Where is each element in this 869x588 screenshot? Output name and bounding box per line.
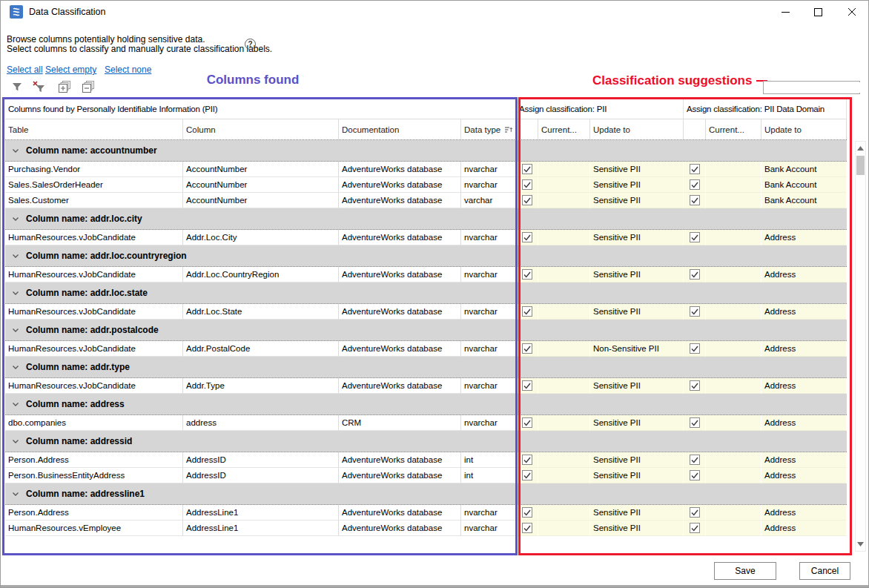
chevron-down-icon[interactable]	[12, 438, 19, 445]
domain-select-checkbox[interactable]	[684, 267, 706, 283]
domain-select-checkbox[interactable]	[684, 193, 706, 208]
pii-update-to-cell[interactable]: Sensitive PII	[590, 468, 684, 483]
checkbox-icon[interactable]	[690, 179, 700, 190]
select-none-link[interactable]: Select none	[105, 65, 151, 75]
checkbox-icon[interactable]	[522, 343, 532, 354]
vertical-scrollbar[interactable]	[855, 141, 866, 552]
domain-select-checkbox[interactable]	[684, 505, 706, 521]
table-row[interactable]: HumanResources.vJobCandidateAddr.PostalC…	[5, 341, 847, 357]
domain-select-checkbox[interactable]	[684, 452, 706, 468]
checkbox-icon[interactable]	[522, 164, 532, 174]
domain-update-to-cell[interactable]: Address	[761, 415, 847, 431]
chevron-down-icon[interactable]	[12, 253, 19, 260]
scrollbar-thumb[interactable]	[856, 156, 865, 175]
header-pii-update-to[interactable]: Update to	[590, 119, 684, 139]
close-button[interactable]	[839, 1, 865, 23]
pii-update-to-cell[interactable]: Sensitive PII	[590, 304, 684, 320]
table-row[interactable]: Purchasing.VendorAccountNumberAdventureW…	[5, 162, 847, 177]
domain-update-to-cell[interactable]: Address	[761, 505, 847, 521]
select-all-link[interactable]: Select all	[7, 65, 43, 75]
domain-update-to-cell[interactable]: Address	[761, 468, 847, 483]
select-empty-link[interactable]: Select empty	[45, 65, 96, 75]
checkbox-icon[interactable]	[690, 380, 700, 391]
pii-select-checkbox[interactable]	[516, 505, 538, 521]
checkbox-icon[interactable]	[690, 343, 700, 354]
pii-select-checkbox[interactable]	[516, 162, 538, 177]
domain-update-to-cell[interactable]: Address	[761, 341, 847, 357]
chevron-down-icon[interactable]	[12, 401, 19, 408]
header-pii-current[interactable]: Current...	[538, 119, 590, 139]
filter-icon[interactable]	[10, 79, 24, 94]
domain-update-to-cell[interactable]: Address	[761, 378, 847, 394]
group-row[interactable]: Column name: addressid	[5, 431, 847, 452]
scroll-up-icon[interactable]	[856, 143, 865, 153]
checkbox-icon[interactable]	[690, 507, 700, 518]
pii-select-checkbox[interactable]	[516, 378, 538, 394]
pii-update-to-cell[interactable]: Non-Sensitive PII	[590, 341, 684, 357]
domain-update-to-cell[interactable]: Bank Account	[761, 177, 847, 193]
group-row[interactable]: Column name: address	[5, 394, 847, 415]
checkbox-icon[interactable]	[522, 380, 532, 391]
table-row[interactable]: HumanResources.vJobCandidateAddr.Loc.Cit…	[5, 230, 847, 245]
pii-select-checkbox[interactable]	[516, 267, 538, 283]
pii-update-to-cell[interactable]: Sensitive PII	[590, 452, 684, 468]
scroll-down-icon[interactable]	[856, 539, 865, 549]
domain-update-to-cell[interactable]: Address	[761, 304, 847, 320]
domain-select-checkbox[interactable]	[684, 230, 706, 245]
pii-select-checkbox[interactable]	[516, 521, 538, 536]
pii-update-to-cell[interactable]: Sensitive PII	[590, 415, 684, 431]
pii-update-to-cell[interactable]: Sensitive PII	[590, 267, 684, 283]
checkbox-icon[interactable]	[522, 523, 532, 533]
cancel-button[interactable]: Cancel	[799, 562, 850, 580]
checkbox-icon[interactable]	[522, 417, 532, 428]
domain-select-checkbox[interactable]	[684, 468, 706, 483]
table-row[interactable]: Sales.SalesOrderHeaderAccountNumberAdven…	[5, 177, 847, 193]
group-row[interactable]: Column name: addr.postalcode	[5, 320, 847, 341]
pii-update-to-cell[interactable]: Sensitive PII	[590, 505, 684, 521]
table-row[interactable]: HumanResources.vJobCandidateAddr.Loc.Sta…	[5, 304, 847, 320]
chevron-down-icon[interactable]	[12, 491, 19, 498]
header-documentation[interactable]: Documentation	[339, 119, 461, 139]
domain-select-checkbox[interactable]	[684, 521, 706, 536]
domain-update-to-cell[interactable]: Address	[761, 267, 847, 283]
domain-select-checkbox[interactable]	[684, 341, 706, 357]
chevron-down-icon[interactable]	[12, 364, 19, 371]
domain-select-checkbox[interactable]	[684, 415, 706, 431]
group-row[interactable]: Column name: accountnumber	[5, 140, 847, 162]
pii-update-to-cell[interactable]: Sensitive PII	[590, 177, 684, 193]
domain-update-to-cell[interactable]: Address	[761, 521, 847, 536]
search-input[interactable]	[764, 82, 869, 93]
domain-select-checkbox[interactable]	[684, 304, 706, 320]
pii-select-checkbox[interactable]	[516, 230, 538, 245]
pii-select-checkbox[interactable]	[516, 468, 538, 483]
minimize-button[interactable]	[773, 1, 798, 23]
save-button[interactable]: Save	[714, 562, 776, 580]
group-row[interactable]: Column name: addr.type	[5, 357, 847, 378]
table-row[interactable]: Person.BusinessEntityAddressAddressIDAdv…	[5, 468, 847, 483]
header-table[interactable]: Table	[5, 119, 183, 139]
checkbox-icon[interactable]	[690, 269, 700, 280]
checkbox-icon[interactable]	[690, 455, 700, 465]
checkbox-icon[interactable]	[522, 179, 532, 190]
checkbox-icon[interactable]	[522, 470, 532, 480]
pii-select-checkbox[interactable]	[516, 452, 538, 468]
checkbox-icon[interactable]	[690, 164, 700, 174]
domain-select-checkbox[interactable]	[684, 177, 706, 193]
checkbox-icon[interactable]	[690, 470, 700, 480]
pii-update-to-cell[interactable]: Sensitive PII	[590, 521, 684, 536]
expand-all-icon[interactable]	[57, 79, 72, 94]
table-row[interactable]: HumanResources.vJobCandidateAddr.Loc.Cou…	[5, 267, 847, 283]
pii-select-checkbox[interactable]	[516, 341, 538, 357]
header-domain-current[interactable]: Current...	[706, 119, 761, 139]
chevron-down-icon[interactable]	[12, 216, 19, 222]
pii-update-to-cell[interactable]: Sensitive PII	[590, 378, 684, 394]
checkbox-icon[interactable]	[522, 232, 532, 242]
group-row[interactable]: Column name: addr.loc.city	[5, 208, 847, 230]
group-row[interactable]: Column name: addr.loc.countryregion	[5, 245, 847, 267]
checkbox-icon[interactable]	[690, 195, 700, 205]
maximize-button[interactable]	[805, 1, 830, 23]
table-row[interactable]: Person.AddressAddressLine1AdventureWorks…	[5, 505, 847, 521]
domain-select-checkbox[interactable]	[684, 162, 706, 177]
checkbox-icon[interactable]	[522, 269, 532, 280]
checkbox-icon[interactable]	[522, 455, 532, 465]
